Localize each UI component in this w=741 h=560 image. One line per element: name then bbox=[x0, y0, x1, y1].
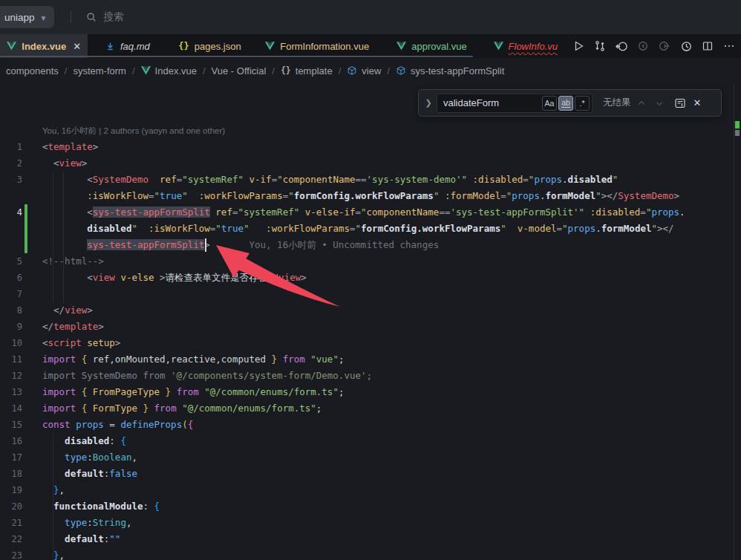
editor-sash[interactable] bbox=[734, 83, 734, 560]
line-number[interactable]: 4 bbox=[0, 204, 30, 221]
code-row[interactable]: 11import { ref,onMounted,reactive,comput… bbox=[0, 351, 731, 368]
tab-faq-md[interactable]: faq.md bbox=[88, 34, 167, 58]
breadcrumb-components[interactable]: components bbox=[6, 65, 59, 76]
navigate-forward-button[interactable] bbox=[656, 37, 673, 55]
tab-index-vue[interactable]: Index.vue ✕ bbox=[0, 34, 88, 58]
line-number[interactable]: 11 bbox=[0, 351, 30, 368]
code-row[interactable]: You, 16小时前 | 2 authors (yaoyn and one ot… bbox=[0, 123, 731, 139]
code-row[interactable]: 9</template> bbox=[0, 319, 731, 335]
code-row[interactable]: 18 default:false bbox=[0, 466, 731, 482]
code-row[interactable]: 16 disabled: { bbox=[0, 433, 731, 449]
close-icon[interactable]: ✕ bbox=[693, 97, 702, 108]
line-number[interactable] bbox=[0, 221, 30, 237]
toggle-replace-chevron-icon[interactable]: ❯ bbox=[423, 98, 434, 108]
line-number[interactable]: 15 bbox=[0, 417, 30, 433]
tab-forminformation-vue[interactable]: FormInformation.vue bbox=[252, 34, 382, 58]
line-number[interactable]: 17 bbox=[0, 449, 30, 466]
code-row[interactable]: :isWorkFlow="true" :workFlowParams="form… bbox=[0, 188, 731, 204]
code-row[interactable]: 22 default:"" bbox=[0, 531, 731, 547]
breadcrumb-system-form[interactable]: system-form bbox=[73, 65, 126, 76]
line-number[interactable] bbox=[0, 237, 30, 253]
code-row[interactable]: disabled" :isWorkFlow="true" :workFlowPa… bbox=[0, 221, 731, 237]
code-token: " bbox=[500, 223, 506, 234]
navigate-back-button[interactable] bbox=[634, 37, 652, 55]
line-number[interactable]: 8 bbox=[0, 302, 30, 319]
project-menu[interactable]: uniapp ▼ bbox=[0, 6, 54, 28]
code-token: = bbox=[557, 223, 563, 234]
line-number[interactable]: 7 bbox=[0, 286, 30, 302]
breadcrumb-index-vue[interactable]: Index.vue bbox=[141, 65, 197, 76]
code-row[interactable]: 20 functionalModule: { bbox=[0, 498, 731, 515]
line-number[interactable]: 16 bbox=[0, 433, 30, 449]
line-number[interactable]: 2 bbox=[0, 155, 30, 172]
line-number[interactable]: 21 bbox=[0, 515, 30, 531]
line-number[interactable]: 14 bbox=[0, 400, 30, 417]
code-row[interactable]: 2 <view> bbox=[0, 155, 731, 172]
line-number[interactable]: 10 bbox=[0, 335, 30, 351]
line-number[interactable]: 5 bbox=[0, 253, 30, 270]
code-token: " bbox=[244, 223, 249, 234]
code-row[interactable]: 8 </view> bbox=[0, 302, 731, 319]
tab-pages-json[interactable]: {} pages.json bbox=[167, 34, 252, 58]
run-button[interactable] bbox=[569, 37, 587, 55]
tab-bar: Index.vue ✕ faq.md {} pages.json FormInf… bbox=[0, 34, 741, 58]
find-in-selection-button[interactable] bbox=[673, 96, 688, 111]
breadcrumb-separator: / bbox=[272, 65, 275, 76]
code-token: "@/common/enums/form.ts" bbox=[182, 403, 316, 414]
code-row[interactable]: 1<template> bbox=[0, 139, 731, 155]
line-number[interactable]: 18 bbox=[0, 466, 30, 482]
line-number[interactable] bbox=[0, 188, 30, 204]
line-number[interactable]: 6 bbox=[0, 270, 30, 286]
code-row[interactable]: 6 <view v-else >请检查表单文件是否存在</view> bbox=[0, 270, 731, 286]
git-compare-button[interactable] bbox=[591, 37, 609, 55]
line-number[interactable] bbox=[0, 123, 30, 139]
json-icon: {} bbox=[178, 41, 189, 51]
regex-button[interactable]: .* bbox=[575, 96, 590, 111]
timeline-button[interactable] bbox=[677, 37, 695, 55]
breadcrumb-view[interactable]: view bbox=[347, 65, 381, 76]
code-row[interactable]: sys-test-appFormSplit> You, 16小时前 • Unco… bbox=[0, 237, 731, 253]
code-row[interactable]: 4 <sys-test-appFormSplit ref="systemRef"… bbox=[0, 204, 731, 221]
split-editor-button[interactable] bbox=[699, 37, 716, 55]
code-token: :isWorkFlow bbox=[148, 223, 210, 234]
breadcrumb-template[interactable]: {} template bbox=[281, 65, 333, 76]
find-input[interactable]: validateForm Aa ab .* bbox=[437, 94, 593, 113]
open-changes-button[interactable] bbox=[613, 37, 630, 55]
line-number[interactable]: 22 bbox=[0, 531, 30, 547]
match-case-button[interactable]: Aa bbox=[542, 96, 557, 111]
line-number[interactable]: 13 bbox=[0, 384, 30, 400]
code-row[interactable]: 23 }, bbox=[0, 547, 731, 560]
line-number[interactable]: 20 bbox=[0, 498, 30, 515]
line-number[interactable]: 19 bbox=[0, 482, 30, 498]
close-icon[interactable]: ✕ bbox=[73, 41, 81, 52]
global-search[interactable]: 搜索 bbox=[86, 10, 123, 24]
code-row[interactable]: 12import SystemDemo from '@/components/s… bbox=[0, 368, 731, 384]
line-number[interactable]: 1 bbox=[0, 139, 30, 155]
more-actions-button[interactable] bbox=[720, 37, 738, 55]
breadcrumb-sys-test-appformsplit[interactable]: sys-test-appFormSplit bbox=[396, 65, 504, 76]
symbol-cube-icon bbox=[347, 65, 357, 76]
code-row[interactable]: 14import { FormType } from "@/common/enu… bbox=[0, 400, 731, 417]
tab-flowinfo-vue[interactable]: FlowInfo.vu bbox=[482, 34, 569, 58]
tabbar-scrollbar[interactable] bbox=[0, 56, 473, 57]
code-row[interactable]: 15const props = defineProps({ bbox=[0, 417, 731, 433]
line-number[interactable]: 3 bbox=[0, 172, 30, 188]
code-row[interactable]: 3 <SystemDemo ref="systemRef" v-if="comp… bbox=[0, 172, 731, 188]
line-number[interactable]: 9 bbox=[0, 319, 30, 335]
code-token bbox=[137, 223, 148, 234]
whole-word-button[interactable]: ab bbox=[558, 96, 573, 111]
tab-approval-vue[interactable]: approval.vue bbox=[382, 34, 482, 58]
code-row[interactable]: 19 }, bbox=[0, 482, 731, 498]
code-row[interactable]: 13import { FromPageType } from "@/common… bbox=[0, 384, 731, 400]
code-row[interactable]: 10<script setup> bbox=[0, 335, 731, 351]
breadcrumb-vue-official[interactable]: Vue - Official bbox=[212, 65, 267, 76]
code-line: <!--html--> bbox=[42, 253, 104, 270]
code-row[interactable]: 5<!--html--> bbox=[0, 253, 731, 270]
line-number[interactable]: 12 bbox=[0, 368, 30, 384]
find-next-button[interactable] bbox=[652, 96, 667, 111]
find-previous-button[interactable] bbox=[634, 96, 649, 111]
code-row[interactable]: 21 type:String, bbox=[0, 515, 731, 531]
code-row[interactable]: 17 type:Boolean, bbox=[0, 449, 731, 466]
line-number[interactable]: 23 bbox=[0, 547, 30, 560]
code-row[interactable]: 7 bbox=[0, 286, 731, 302]
